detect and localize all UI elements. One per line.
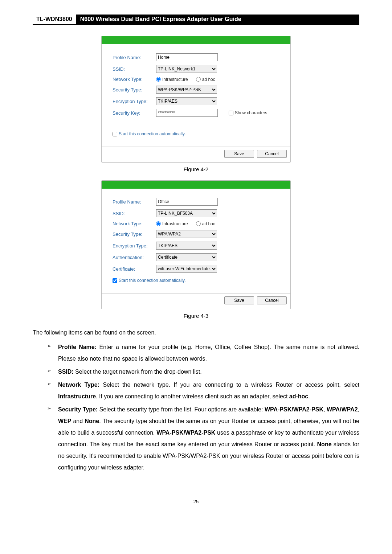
encryption-type-select[interactable]: TKIP/AES <box>156 97 217 105</box>
save-button[interactable]: Save <box>224 150 254 158</box>
document-header: TL-WDN3800 N600 Wireless Dual Band PCI E… <box>33 15 359 25</box>
profile-name-input[interactable] <box>156 53 218 61</box>
item-text: Enter a name for your profile (e.g. Home… <box>58 344 359 362</box>
list-item: Network Type: Select the network type. I… <box>47 379 359 402</box>
item-bold: WEP <box>58 418 71 424</box>
authentication-label: Authentication: <box>113 255 156 260</box>
adhoc-radio-label: ad hoc <box>202 77 215 82</box>
item-bold: WPA-PSK/WPA2-PSK <box>265 406 323 413</box>
authentication-select[interactable]: Certificate <box>156 253 217 261</box>
infrastructure-radio[interactable] <box>156 77 161 82</box>
item-text: Select the target network from the drop-… <box>74 369 202 375</box>
security-type-select[interactable]: WPA-PSK/WPA2-PSK <box>156 86 217 94</box>
dialog-body: Profile Name: SSID: TP-LINK_BF503A Netwo… <box>102 189 290 287</box>
page-number: 25 <box>33 499 359 504</box>
cancel-button[interactable]: Cancel <box>257 150 287 158</box>
dialog-body: Profile Name: SSID: TP-LINK_Network1 Net… <box>102 44 290 140</box>
item-head: Profile Name: <box>58 344 97 350</box>
item-text: . If you are connecting to another wirel… <box>96 393 289 399</box>
network-type-label: Network Type: <box>113 221 156 226</box>
item-head: Network Type: <box>58 382 99 388</box>
save-button[interactable]: Save <box>224 296 254 304</box>
security-key-input[interactable] <box>156 109 218 117</box>
item-bold: None <box>85 418 99 424</box>
item-bold: ad-hoc <box>289 393 308 399</box>
ssid-label: SSID: <box>113 211 156 216</box>
profile-dialog-2: Profile Name: SSID: TP-LINK_BF503A Netwo… <box>101 180 291 309</box>
item-text: , <box>323 406 327 413</box>
page-root: TL-WDN3800 N600 Wireless Dual Band PCI E… <box>0 0 392 526</box>
item-bold: Infrastructure <box>58 393 96 399</box>
adhoc-radio[interactable] <box>196 77 201 82</box>
ssid-select[interactable]: TP-LINK_Network1 <box>156 65 217 73</box>
adhoc-radio-label: ad hoc <box>202 221 215 226</box>
item-text: and <box>71 418 85 424</box>
item-head: SSID: <box>58 369 74 375</box>
dialog-titlebar <box>102 181 290 189</box>
adhoc-radio[interactable] <box>196 221 201 226</box>
document-title: N600 Wireless Dual Band PCI Express Adap… <box>76 15 359 24</box>
encryption-type-label: Encryption Type: <box>113 99 156 104</box>
item-head: Security Type: <box>58 406 98 413</box>
show-characters-label: Show characters <box>235 110 267 115</box>
list-item: Profile Name: Enter a name for your prof… <box>47 341 359 365</box>
items-list: Profile Name: Enter a name for your prof… <box>33 341 359 473</box>
item-bold: WPA-PSK/WPA2-PSK <box>156 430 215 436</box>
security-type-select[interactable]: WPA/WPA2 <box>156 230 217 238</box>
infrastructure-radio-label: Infrastructure <box>162 77 188 82</box>
profile-dialog-1: Profile Name: SSID: TP-LINK_Network1 Net… <box>101 36 291 163</box>
item-text: Select the network type. If you are conn… <box>99 382 359 388</box>
certificate-label: Certificate: <box>113 266 156 272</box>
show-characters-checkbox[interactable] <box>229 111 233 115</box>
profile-name-label: Profile Name: <box>113 55 156 60</box>
auto-connect-checkbox[interactable] <box>113 278 117 283</box>
auto-connect-checkbox[interactable] <box>113 132 117 136</box>
security-key-label: Security Key: <box>113 110 156 116</box>
security-type-label: Security Type: <box>113 87 156 93</box>
infrastructure-radio-label: Infrastructure <box>162 221 188 226</box>
encryption-type-label: Encryption Type: <box>113 243 156 249</box>
network-type-label: Network Type: <box>113 77 156 82</box>
profile-name-label: Profile Name: <box>113 199 156 205</box>
list-item: Security Type: Select the security type … <box>47 404 359 473</box>
ssid-label: SSID: <box>113 66 156 72</box>
auto-connect-label: Start this connection automatically. <box>119 131 186 136</box>
profile-name-input[interactable] <box>156 198 218 206</box>
dialog-titlebar <box>102 36 290 44</box>
item-bold: None <box>317 441 332 447</box>
certificate-select[interactable]: wifi-user:WiFi-Intermediate-CA- <box>156 265 217 273</box>
ssid-select[interactable]: TP-LINK_BF503A <box>156 209 217 217</box>
item-text: . <box>308 393 310 399</box>
item-text: Select the security type from the list. … <box>98 406 265 413</box>
list-item: SSID: Select the target network from the… <box>47 366 359 378</box>
item-bold: WPA/WPA2 <box>327 406 358 413</box>
figure-caption-2: Figure 4-3 <box>33 313 359 319</box>
figure-caption-1: Figure 4-2 <box>33 166 359 172</box>
cancel-button[interactable]: Cancel <box>257 296 287 304</box>
auto-connect-label: Start this connection automatically. <box>119 278 186 283</box>
infrastructure-radio[interactable] <box>156 221 161 226</box>
model-number: TL-WDN3800 <box>33 15 76 24</box>
security-type-label: Security Type: <box>113 231 156 237</box>
item-text: , <box>358 406 359 413</box>
encryption-type-select[interactable]: TKIP/AES <box>156 242 217 250</box>
intro-text: The following items can be found on the … <box>33 327 359 338</box>
